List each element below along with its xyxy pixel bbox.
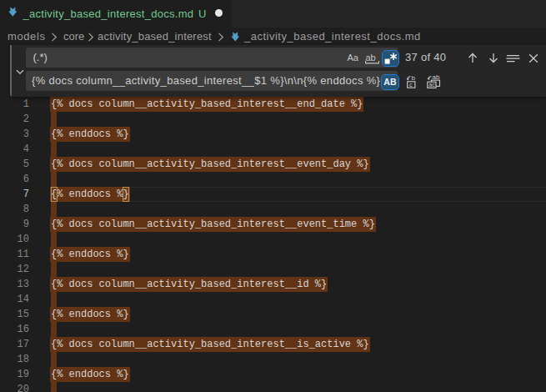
- svg-text:ab: ab: [433, 74, 440, 81]
- svg-text:b: b: [411, 75, 415, 82]
- svg-text:ac: ac: [428, 82, 435, 88]
- svg-text:c: c: [409, 82, 413, 88]
